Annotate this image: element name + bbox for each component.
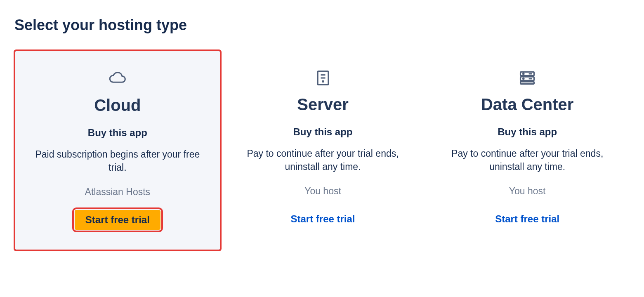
card-title: Data Center <box>437 95 617 114</box>
hosting-card-server[interactable]: Server Buy this app Pay to continue afte… <box>221 50 425 250</box>
hosting-card-cloud[interactable]: Cloud Buy this app Paid subscription beg… <box>14 50 221 250</box>
hosting-card-datacenter[interactable]: Data Center Buy this app Pay to continue… <box>425 50 630 250</box>
start-free-trial-link[interactable]: Start free trial <box>290 209 355 229</box>
start-free-trial-link[interactable]: Start free trial <box>495 209 559 229</box>
card-title: Server <box>233 95 413 114</box>
datacenter-icon <box>518 69 536 87</box>
card-subtitle: Buy this app <box>233 126 413 138</box>
card-description: Paid subscription begins after your free… <box>28 148 208 174</box>
start-free-trial-button[interactable]: Start free trial <box>75 210 160 230</box>
svg-point-8 <box>523 78 524 80</box>
card-host-label: You host <box>233 186 413 197</box>
page-title: Select your hosting type <box>14 16 630 34</box>
cloud-icon <box>109 70 127 88</box>
hosting-cards-container: Cloud Buy this app Paid subscription beg… <box>14 50 630 250</box>
server-icon <box>314 69 332 87</box>
svg-point-7 <box>523 73 524 75</box>
card-description: Pay to continue after your trial ends, u… <box>233 147 413 173</box>
card-host-label: You host <box>437 186 617 197</box>
card-subtitle: Buy this app <box>437 126 617 138</box>
svg-point-3 <box>322 81 323 82</box>
svg-rect-6 <box>521 82 534 84</box>
card-description: Pay to continue after your trial ends, u… <box>437 147 617 173</box>
card-title: Cloud <box>28 96 208 115</box>
card-host-label: Atlassian Hosts <box>28 186 208 198</box>
card-subtitle: Buy this app <box>28 127 208 139</box>
